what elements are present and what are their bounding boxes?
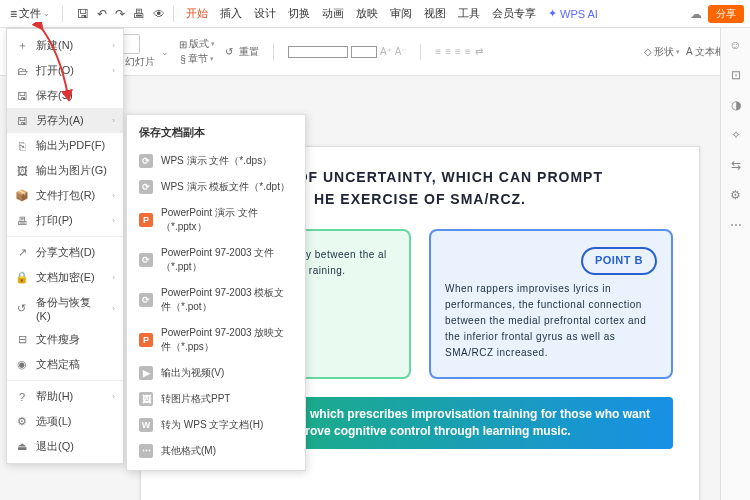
ai-icon: ✦ xyxy=(548,7,557,20)
file-menu-item[interactable]: ◉文档定稿 xyxy=(7,352,123,377)
file-menu-item[interactable]: 🗁打开(O)› xyxy=(7,58,123,83)
print-icon[interactable]: 🖶 xyxy=(133,7,145,21)
file-menu-item[interactable]: 🖶打印(P)› xyxy=(7,208,123,233)
tab-view[interactable]: 视图 xyxy=(424,4,446,23)
paragraph-group[interactable]: ≡≡≡≡⇄ xyxy=(435,46,482,57)
layout-button[interactable]: ⊞版式▾ xyxy=(179,37,215,51)
submenu-header: 保存文档副本 xyxy=(127,121,305,148)
file-menu-item[interactable]: 📦文件打包(R)› xyxy=(7,183,123,208)
file-menu-item[interactable]: 🔒文档加密(E)› xyxy=(7,265,123,290)
file-dropdown-menu: ＋新建(N)›🗁打开(O)›🖫保存(S)🖫另存为(A)›⎘输出为PDF(F)🖼输… xyxy=(6,28,124,464)
font-group[interactable]: A⁺A⁻ xyxy=(288,46,406,58)
share-button[interactable]: 分享 xyxy=(708,5,744,23)
file-menu-item[interactable]: 🖼输出为图片(G) xyxy=(7,158,123,183)
point-b-card: POINT B When rappers improvises lyrics i… xyxy=(429,229,673,379)
tab-member[interactable]: 会员专享 xyxy=(492,4,536,23)
save-as-option[interactable]: PPowerPoint 97-2003 放映文件（*.pps） xyxy=(127,320,305,360)
sidebar-select-icon[interactable]: ⊡ xyxy=(731,68,741,82)
save-icon[interactable]: 🖫 xyxy=(77,7,89,21)
redo-icon[interactable]: ↷ xyxy=(115,7,125,21)
save-as-option[interactable]: ⋯其他格式(M) xyxy=(127,438,305,464)
quick-access-toolbar: 🖫 ↶ ↷ 🖶 👁 xyxy=(77,7,165,21)
tab-show[interactable]: 放映 xyxy=(356,4,378,23)
shape-button[interactable]: ◇形状▾ xyxy=(644,45,680,59)
save-as-option[interactable]: ⟳PowerPoint 97-2003 文件（*.ppt） xyxy=(127,240,305,280)
sidebar-more-icon[interactable]: ⋯ xyxy=(730,218,742,232)
save-as-option[interactable]: ⟳PowerPoint 97-2003 模板文件（*.pot） xyxy=(127,280,305,320)
file-menu-item[interactable]: ⎘输出为PDF(F) xyxy=(7,133,123,158)
sidebar-user-icon[interactable]: ☺ xyxy=(729,38,741,52)
save-as-option[interactable]: ⟳WPS 演示 文件（*.dps） xyxy=(127,148,305,174)
ribbon-tabs: 开始 插入 设计 切换 动画 放映 审阅 视图 工具 会员专享 xyxy=(186,4,536,23)
sidebar-tool-icon[interactable]: ⚙ xyxy=(730,188,741,202)
ai-label: WPS AI xyxy=(560,8,598,20)
save-as-submenu: 保存文档副本⟳WPS 演示 文件（*.dps）⟳WPS 演示 模板文件（*.dp… xyxy=(126,114,306,471)
save-as-option[interactable]: 🖼转图片格式PPT xyxy=(127,386,305,412)
file-menu-item[interactable]: 🖫另存为(A)› xyxy=(7,108,123,133)
save-as-option[interactable]: ⟳WPS 演示 模板文件（*.dpt） xyxy=(127,174,305,200)
file-menu-button[interactable]: ≡ 文件 ⌄ xyxy=(6,4,54,23)
save-as-option[interactable]: PPowerPoint 演示 文件（*.pptx） xyxy=(127,200,305,240)
preview-icon[interactable]: 👁 xyxy=(153,7,165,21)
hamburger-icon: ≡ xyxy=(10,7,17,21)
save-as-option[interactable]: W转为 WPS 文字文档(H) xyxy=(127,412,305,438)
file-menu-item[interactable]: 🖫保存(S) xyxy=(7,83,123,108)
wps-ai-button[interactable]: ✦ WPS AI xyxy=(548,7,598,20)
reset-button[interactable]: ↺重置 xyxy=(225,45,259,59)
save-as-option[interactable]: ▶输出为视频(V) xyxy=(127,360,305,386)
sidebar-trans-icon[interactable]: ⇆ xyxy=(731,158,741,172)
file-menu-item[interactable]: ⏏退出(Q) xyxy=(7,434,123,459)
point-b-badge: POINT B xyxy=(581,247,657,275)
undo-icon[interactable]: ↶ xyxy=(97,7,107,21)
file-menu-item[interactable]: ↺备份与恢复(K)› xyxy=(7,290,123,327)
sidebar-design-icon[interactable]: ◑ xyxy=(731,98,741,112)
tab-transition[interactable]: 切换 xyxy=(288,4,310,23)
tab-design[interactable]: 设计 xyxy=(254,4,276,23)
right-sidebar: ☺ ⊡ ◑ ✧ ⇆ ⚙ ⋯ xyxy=(720,28,750,500)
sidebar-anim-icon[interactable]: ✧ xyxy=(731,128,741,142)
chevron-down-icon: ⌄ xyxy=(43,9,50,18)
file-menu-item[interactable]: ⊟文件瘦身 xyxy=(7,327,123,352)
tab-tools[interactable]: 工具 xyxy=(458,4,480,23)
file-menu-item[interactable]: ＋新建(N)› xyxy=(7,33,123,58)
file-menu-item[interactable]: ↗分享文档(D) xyxy=(7,240,123,265)
file-menu-label: 文件 xyxy=(19,6,41,21)
tab-start[interactable]: 开始 xyxy=(186,4,208,23)
section-button[interactable]: §章节▾ xyxy=(180,52,214,66)
file-menu-item[interactable]: ⚙选项(L) xyxy=(7,409,123,434)
tab-insert[interactable]: 插入 xyxy=(220,4,242,23)
cloud-icon[interactable]: ☁ xyxy=(690,7,702,21)
tab-animation[interactable]: 动画 xyxy=(322,4,344,23)
tab-review[interactable]: 审阅 xyxy=(390,4,412,23)
file-menu-item[interactable]: ?帮助(H)› xyxy=(7,384,123,409)
